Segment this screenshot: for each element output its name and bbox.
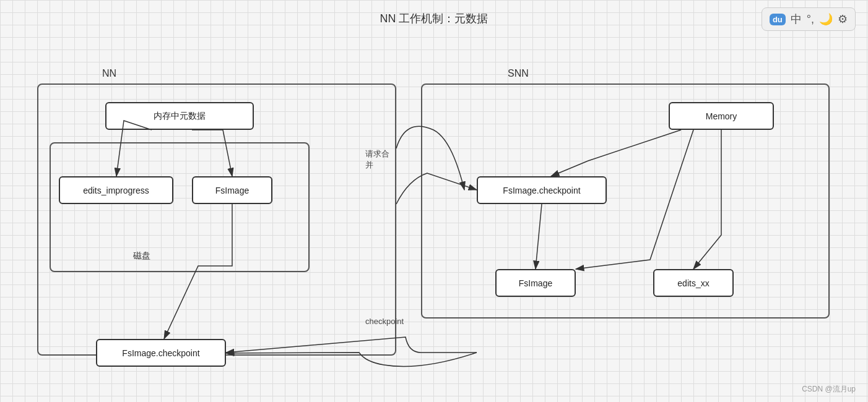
memory-snn-node: Memory (669, 102, 774, 130)
request-merge-label: 请求合并 (365, 148, 389, 171)
toolbar: du 中 °, 🌙 ⚙ (762, 7, 856, 31)
fsimage-checkpoint-nn-node: FsImage.checkpoint (96, 339, 226, 367)
main-content: NN 工作机制：元数据 du 中 °, 🌙 ⚙ NN SNN 内存中元数据 ed… (0, 0, 868, 402)
watermark: CSDN @流月up (802, 384, 856, 395)
edits-xx-node: edits_xx (653, 269, 734, 297)
du-icon[interactable]: du (770, 14, 786, 25)
nn-disk-box (50, 142, 310, 272)
nn-section-label: NN (102, 68, 116, 79)
checkpoint-label: checkpoint (365, 317, 404, 326)
disk-label: 磁盘 (133, 250, 150, 262)
edits-improgress-node: edits_improgress (59, 176, 173, 204)
gear-icon[interactable]: ⚙ (838, 12, 848, 26)
degree-icon[interactable]: °, (807, 13, 814, 26)
lang-icon[interactable]: 中 (791, 12, 802, 27)
fsimage-checkpoint-snn-node: FsImage.checkpoint (477, 176, 607, 204)
page-title: NN 工作机制：元数据 (380, 11, 488, 26)
fsimage-nn-node: FsImage (192, 176, 272, 204)
snn-section-label: SNN (508, 68, 529, 79)
moon-icon[interactable]: 🌙 (819, 12, 833, 26)
memory-metadata-node: 内存中元数据 (105, 102, 254, 130)
fsimage-snn-node: FsImage (495, 269, 576, 297)
